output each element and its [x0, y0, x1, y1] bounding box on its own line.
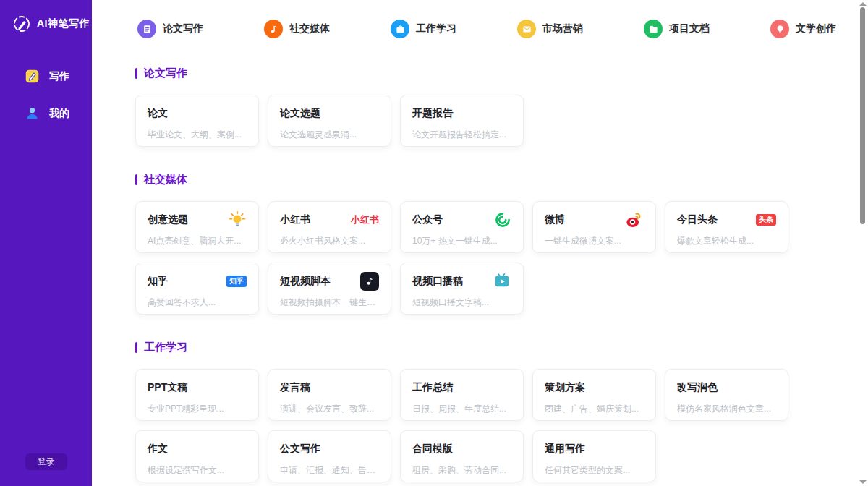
- section-title-bar: [135, 174, 137, 185]
- tool-card[interactable]: 改写润色模仿名家风格润色文章...: [665, 369, 788, 421]
- tool-card[interactable]: 通用写作任何其它类型的文案...: [532, 430, 656, 482]
- tool-card[interactable]: 开题报告论文开题报告轻松搞定...: [400, 95, 524, 147]
- tool-card[interactable]: 作文根据设定撰写作文...: [135, 430, 259, 482]
- scroll-up-arrow-icon[interactable]: [859, 2, 867, 6]
- memo-pencil-icon: [25, 69, 40, 84]
- main-content: 论文写作社交媒体工作学习市场营销项目文档文学创作 论文写作论文毕业论文、大纲、案…: [92, 0, 868, 482]
- section-social-media: 社交媒体创意选题AI点亮创意、脑洞大开...小红书小红书必火小红书风格文案...…: [135, 173, 788, 315]
- tab-social-media[interactable]: 社交媒体: [264, 20, 330, 38]
- folder-icon: [648, 24, 659, 35]
- tool-card[interactable]: 公文写作申请、汇报、通知、告示...: [268, 430, 391, 482]
- login-button[interactable]: 登录: [25, 453, 67, 470]
- section-title-bar: [135, 68, 137, 79]
- tool-card[interactable]: 公众号10万+ 热文一键生成...: [400, 201, 524, 253]
- tool-card[interactable]: 工作总结日报、周报、年度总结...: [400, 369, 524, 421]
- card-title: 微博: [545, 213, 565, 226]
- card-description: 根据设定撰写作文...: [148, 464, 247, 477]
- tool-card[interactable]: 发言稿演讲、会议发言、致辞...: [268, 369, 391, 421]
- card-description: 申请、汇报、通知、告示...: [280, 464, 379, 477]
- tab-work-study[interactable]: 工作学习: [391, 20, 456, 38]
- xiaohongshu-logo-icon: 小红书: [351, 213, 379, 226]
- tab-label: 文学创作: [796, 22, 836, 35]
- top-tabs: 论文写作社交媒体工作学习市场营销项目文档文学创作: [92, 0, 868, 58]
- wechat-official-icon: [494, 211, 511, 229]
- card-description: 短视频拍摄脚本一键生成...: [280, 297, 379, 309]
- toutiao-badge-icon: 头条: [756, 214, 776, 226]
- card-title: 发言稿: [280, 381, 310, 394]
- tab-label: 工作学习: [416, 22, 456, 35]
- tool-card[interactable]: 创意选题AI点亮创意、脑洞大开...: [135, 201, 259, 253]
- card-description: 论文开题报告轻松搞定...: [412, 129, 511, 141]
- card-title: PPT文稿: [148, 381, 187, 394]
- mail-icon: [517, 20, 536, 38]
- card-description: 短视频口播文字稿...: [412, 297, 511, 309]
- card-description: 专业PPT精彩呈现...: [148, 403, 247, 415]
- tool-card[interactable]: 小红书小红书必火小红书风格文案...: [268, 201, 391, 253]
- mail-icon: [522, 24, 532, 35]
- section-title: 社交媒体: [135, 173, 788, 187]
- card-description: 模仿名家风格润色文章...: [677, 403, 776, 415]
- tool-card[interactable]: 微博一键生成微博文案...: [532, 201, 656, 253]
- card-title: 策划方案: [545, 381, 585, 394]
- card-title: 工作总结: [412, 381, 453, 394]
- card-description: 日报、周报、年度总结...: [412, 403, 511, 415]
- sidebar-item-writing[interactable]: 写作: [0, 63, 92, 90]
- section-title-text: 工作学习: [144, 341, 187, 354]
- tool-card[interactable]: 知乎知乎高赞回答不求人...: [135, 263, 259, 315]
- tool-card[interactable]: 论文选题论文选题灵感泉涌...: [268, 95, 391, 147]
- zhihu-badge-icon: 知乎: [226, 276, 247, 287]
- tab-label: 论文写作: [163, 22, 203, 35]
- weibo-icon: [624, 210, 644, 230]
- tool-card[interactable]: 视频口播稿短视频口播文字稿...: [400, 263, 524, 315]
- scroll-down-arrow-icon[interactable]: [859, 480, 867, 484]
- user-icon: [25, 106, 40, 121]
- card-title: 公众号: [412, 213, 443, 226]
- folder-icon: [644, 20, 663, 38]
- note-icon: [264, 20, 283, 38]
- card-title: 合同模版: [412, 443, 453, 456]
- card-grid: 论文毕业论文、大纲、案例...论文选题论文选题灵感泉涌...开题报告论文开题报告…: [135, 95, 788, 147]
- pen-swirl-logo-icon: [12, 14, 32, 34]
- sidebar-item-mine[interactable]: 我的: [0, 100, 92, 127]
- card-title: 视频口播稿: [412, 275, 463, 288]
- document-icon: [142, 24, 153, 35]
- card-description: 一键生成微博文案...: [545, 235, 644, 247]
- card-description: 高赞回答不求人...: [148, 297, 247, 309]
- card-title: 公文写作: [280, 443, 320, 456]
- bulb-icon: [770, 20, 789, 38]
- douyin-icon: [360, 272, 379, 291]
- briefcase-icon: [391, 20, 409, 38]
- card-title: 短视频脚本: [280, 275, 331, 288]
- section-title-text: 论文写作: [144, 67, 187, 80]
- tool-card[interactable]: 策划方案团建、广告、婚庆策划...: [532, 369, 656, 421]
- section-title-bar: [135, 342, 137, 353]
- sidebar-item-label: 我的: [49, 107, 69, 120]
- app-logo: AI神笔写作: [0, 0, 92, 34]
- card-grid: 创意选题AI点亮创意、脑洞大开...小红书小红书必火小红书风格文案...公众号1…: [135, 201, 788, 315]
- tool-card[interactable]: PPT文稿专业PPT精彩呈现...: [135, 369, 259, 421]
- note-icon: [268, 24, 279, 35]
- tool-card[interactable]: 合同模版租房、采购、劳动合同...: [400, 430, 524, 482]
- card-title: 作文: [148, 443, 168, 456]
- tool-card[interactable]: 短视频脚本短视频拍摄脚本一键生成...: [268, 263, 391, 315]
- sidebar: AI神笔写作 写作我的 登录: [0, 0, 92, 486]
- idea-bulb-icon: [228, 210, 247, 229]
- card-description: 团建、广告、婚庆策划...: [545, 403, 644, 415]
- card-title: 论文: [148, 107, 168, 120]
- card-description: 租房、采购、劳动合同...: [412, 464, 511, 477]
- tab-project-docs[interactable]: 项目文档: [644, 20, 710, 38]
- card-title: 通用写作: [545, 443, 585, 456]
- tool-card[interactable]: 论文毕业论文、大纲、案例...: [135, 95, 259, 147]
- tool-card[interactable]: 今日头条头条爆款文章轻松生成...: [665, 201, 788, 253]
- scrollbar-thumb[interactable]: [860, 7, 865, 224]
- section-title: 论文写作: [135, 67, 788, 80]
- card-title: 创意选题: [148, 213, 188, 226]
- tab-paper-writing[interactable]: 论文写作: [137, 20, 203, 38]
- tab-label: 项目文档: [669, 22, 710, 35]
- tab-marketing[interactable]: 市场营销: [517, 20, 583, 38]
- sidebar-item-label: 写作: [49, 70, 69, 83]
- document-icon: [137, 20, 156, 38]
- tab-literary-creation[interactable]: 文学创作: [770, 20, 836, 38]
- card-description: 演讲、会议发言、致辞...: [280, 403, 379, 415]
- bulb-icon: [775, 24, 786, 35]
